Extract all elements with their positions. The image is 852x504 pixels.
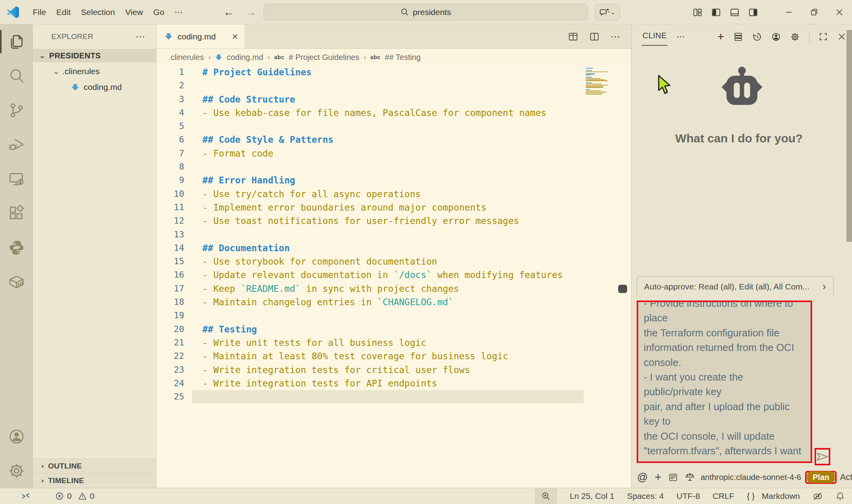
settings-gear-icon[interactable] bbox=[790, 32, 800, 42]
editor-line-11[interactable]: 11- Implement error boundaries around ma… bbox=[157, 201, 631, 214]
indentation-status[interactable]: Spaces: 4 bbox=[627, 491, 664, 501]
cline-prompt-textarea[interactable]: - Provide instructions on where to place… bbox=[637, 301, 812, 463]
editor-line-19[interactable]: 19 bbox=[157, 309, 631, 322]
file-row-coding-md[interactable]: coding.md bbox=[33, 79, 156, 95]
editor-line-5[interactable]: 5 bbox=[157, 119, 631, 133]
toggle-panel-icon[interactable] bbox=[730, 7, 740, 17]
zoom-indicator[interactable] bbox=[535, 488, 557, 504]
extensions-icon[interactable] bbox=[0, 196, 33, 230]
send-button[interactable] bbox=[815, 448, 830, 465]
tab-coding-md[interactable]: coding.md ✕ bbox=[157, 24, 245, 49]
close-panel-icon[interactable] bbox=[837, 32, 846, 41]
editor-line-21[interactable]: 21- Write unit tests for all business lo… bbox=[157, 336, 631, 349]
expand-panel-icon[interactable] bbox=[818, 32, 828, 41]
language-mode[interactable]: { } Markdown bbox=[747, 491, 800, 501]
run-debug-icon[interactable] bbox=[0, 127, 33, 162]
editor-line-14[interactable]: 14## Documentation bbox=[157, 241, 631, 255]
menu-selection[interactable]: Selection bbox=[76, 5, 120, 19]
cline-more-icon[interactable]: ⋯ bbox=[676, 32, 686, 42]
editor-line-4[interactable]: 4- Use kebab-case for file names, Pascal… bbox=[157, 106, 631, 119]
copilot-chat-button[interactable]: ⌄ bbox=[595, 4, 620, 21]
remote-explorer-icon[interactable] bbox=[0, 162, 33, 196]
editor-line-10[interactable]: 10- Use try/catch for all async operatio… bbox=[157, 187, 631, 201]
explorer-more-icon[interactable]: ⋯ bbox=[136, 31, 146, 42]
encoding-status[interactable]: UTF-8 bbox=[676, 491, 700, 501]
minimap[interactable] bbox=[586, 68, 610, 119]
editor-line-20[interactable]: 20## Testing bbox=[157, 323, 631, 336]
editor-line-9[interactable]: 9## Error Handling bbox=[157, 174, 631, 187]
eol-status[interactable]: CRLF bbox=[713, 491, 734, 501]
editor-more-icon[interactable]: ⋯ bbox=[611, 31, 621, 42]
python-icon[interactable] bbox=[0, 230, 33, 265]
menu-view[interactable]: View bbox=[120, 5, 148, 19]
restore-button[interactable] bbox=[802, 0, 827, 24]
command-center-search[interactable]: presidents bbox=[263, 4, 588, 21]
plan-toggle[interactable]: Plan bbox=[807, 471, 835, 483]
breadcrumb-symbol-h1[interactable]: # Project Guidelines bbox=[289, 53, 359, 62]
close-window-button[interactable] bbox=[827, 0, 852, 24]
account-icon[interactable] bbox=[0, 419, 33, 454]
toggle-primary-sidebar-icon[interactable] bbox=[711, 7, 721, 17]
editor-line-1[interactable]: 1# Project Guidelines bbox=[157, 65, 631, 79]
new-task-icon[interactable]: + bbox=[717, 31, 724, 43]
editor-line-25[interactable]: 25 bbox=[157, 390, 631, 403]
customize-layout-icon[interactable] bbox=[693, 7, 703, 17]
menu-[interactable]: ⋯ bbox=[170, 5, 188, 19]
split-editor-icon[interactable] bbox=[589, 32, 600, 42]
editor-line-17[interactable]: 17- Keep `README.md` in sync with projec… bbox=[157, 282, 631, 295]
editor-line-7[interactable]: 7- Format code bbox=[157, 147, 631, 160]
timeline-section[interactable]: › TIMELINE bbox=[33, 473, 156, 488]
breadcrumb-file[interactable]: coding.md bbox=[227, 53, 263, 62]
explorer-icon[interactable] bbox=[0, 24, 33, 59]
menu-edit[interactable]: Edit bbox=[51, 5, 76, 19]
history-icon[interactable] bbox=[752, 32, 762, 42]
breadcrumb[interactable]: .clinerules › coding.md › abc # Project … bbox=[157, 49, 631, 65]
editor-line-12[interactable]: 12- Use toast notifications for user-fri… bbox=[157, 214, 631, 228]
editor-line-16[interactable]: 16- Update relevant documentation in `/d… bbox=[157, 268, 631, 282]
breadcrumb-symbol-h2[interactable]: ## Testing bbox=[385, 53, 421, 62]
editor-line-3[interactable]: 3## Code Structure bbox=[157, 93, 631, 106]
cline-tab[interactable]: CLINE bbox=[642, 28, 667, 46]
auto-approve-bar[interactable]: Auto-approve: Read (all), Edit (all), Al… bbox=[637, 276, 833, 297]
editor-line-24[interactable]: 24- Write integration tests for API endp… bbox=[157, 377, 631, 390]
editor-line-2[interactable]: 2 bbox=[157, 79, 631, 92]
code-editor[interactable]: 1# Project Guidelines23## Code Structure… bbox=[157, 65, 631, 488]
source-control-icon[interactable] bbox=[0, 93, 33, 127]
breadcrumb-folder[interactable]: .clinerules bbox=[168, 53, 204, 62]
tab-close-icon[interactable]: ✕ bbox=[232, 32, 238, 41]
rules-icon[interactable] bbox=[668, 472, 678, 482]
scrollbar[interactable] bbox=[846, 30, 852, 242]
nav-back-icon[interactable]: ← bbox=[223, 0, 234, 24]
editor-line-18[interactable]: 18- Maintain changelog entries in `CHANG… bbox=[157, 295, 631, 309]
minimize-button[interactable] bbox=[776, 0, 802, 24]
notifications-bell-icon[interactable] bbox=[835, 491, 845, 501]
menu-file[interactable]: File bbox=[28, 5, 51, 19]
editor-line-6[interactable]: 6## Code Style & Patterns bbox=[157, 133, 631, 146]
toggle-secondary-sidebar-icon[interactable] bbox=[748, 7, 758, 17]
copilot-disabled-icon[interactable] bbox=[813, 491, 823, 501]
mcp-servers-icon[interactable] bbox=[733, 32, 743, 42]
editor-line-22[interactable]: 22- Maintain at least 80% test coverage … bbox=[157, 349, 631, 363]
scales-icon[interactable] bbox=[685, 472, 695, 482]
remote-indicator-icon[interactable] bbox=[21, 492, 31, 500]
cursor-position[interactable]: Ln 25, Col 1 bbox=[570, 491, 614, 501]
editor-line-8[interactable]: 8 bbox=[157, 160, 631, 174]
open-preview-icon[interactable] bbox=[568, 32, 578, 42]
add-context-icon[interactable]: + bbox=[654, 470, 661, 484]
mention-icon[interactable]: @ bbox=[637, 471, 648, 483]
settings-gear-icon[interactable] bbox=[0, 454, 33, 488]
search-sidebar-icon[interactable] bbox=[0, 59, 33, 93]
editor-line-13[interactable]: 13 bbox=[157, 228, 631, 241]
editor-line-15[interactable]: 15- Use storybook for component document… bbox=[157, 255, 631, 268]
menu-go[interactable]: Go bbox=[148, 5, 170, 19]
containers-icon[interactable] bbox=[0, 265, 33, 299]
problems-status[interactable]: 0 0 bbox=[55, 491, 94, 501]
act-toggle[interactable]: Act bbox=[840, 472, 852, 482]
model-selector[interactable]: anthropic:claude-sonnet-4-6 bbox=[701, 472, 801, 482]
folder-row-clinerules[interactable]: ⌄ .clinerules bbox=[33, 63, 156, 79]
workspace-row[interactable]: ⌄ PRESIDENTS bbox=[33, 49, 156, 62]
editor-line-23[interactable]: 23- Write integration tests for critical… bbox=[157, 363, 631, 377]
sash-drag-handle[interactable] bbox=[618, 285, 627, 293]
account-icon[interactable] bbox=[771, 32, 781, 42]
outline-section[interactable]: › OUTLINE bbox=[33, 459, 156, 473]
